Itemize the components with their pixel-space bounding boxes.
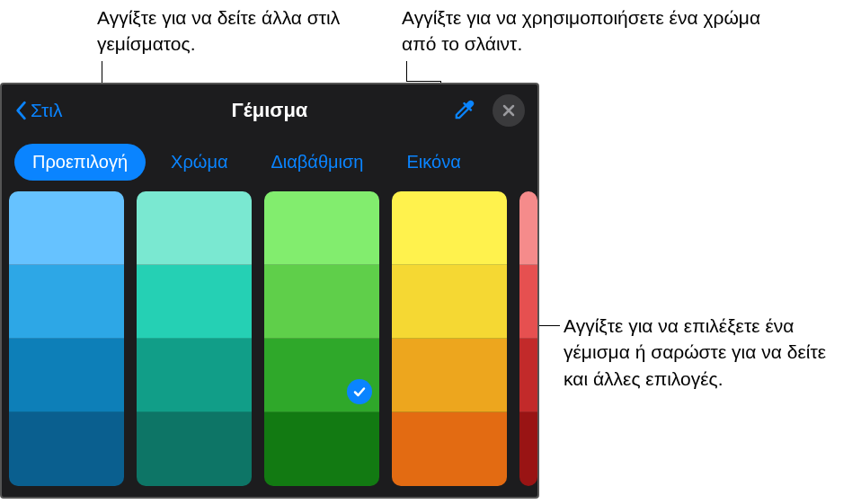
panel-title: Γέμισμα [232,99,308,122]
color-swatch[interactable] [137,412,252,486]
swatch-column [264,191,379,486]
close-button[interactable] [493,94,525,127]
callout-text: Αγγίξτε για να δείτε άλλα στιλ γεμίσματο… [97,7,340,54]
color-swatch[interactable] [392,191,507,265]
back-label: Στιλ [31,100,62,121]
color-swatch[interactable] [264,191,379,265]
color-swatch[interactable] [264,339,379,412]
callout-line [406,81,440,82]
tab-gradient[interactable]: Διαβάθμιση [253,144,381,181]
callout-text: Αγγίξτε για να χρησιμοποιήσετε ένα χρώμα… [402,7,760,54]
callout-line [406,61,407,81]
callout-fill-styles: Αγγίξτε για να δείτε άλλα στιλ γεμίσματο… [97,4,385,57]
color-swatch[interactable] [9,265,124,339]
swatch-column [9,191,124,486]
close-icon [502,104,515,117]
color-swatch[interactable] [264,412,379,486]
swatches-row [9,191,537,486]
color-swatch[interactable] [519,265,537,339]
color-swatch[interactable] [519,339,537,412]
eyedropper-icon [451,98,476,123]
panel-header: Στιλ Γέμισμα [2,84,537,137]
swatches-container[interactable] [2,191,537,486]
color-swatch[interactable] [137,339,252,412]
chevron-left-icon [14,101,27,120]
color-swatch[interactable] [392,339,507,412]
callout-eyedropper: Αγγίξτε για να χρησιμοποιήσετε ένα χρώμα… [402,4,779,57]
eyedropper-button[interactable] [451,98,476,123]
tab-color[interactable]: Χρώμα [153,144,245,181]
header-actions [451,94,525,127]
color-swatch[interactable] [519,412,537,486]
tab-image[interactable]: Εικόνα [388,144,478,181]
color-swatch[interactable] [9,339,124,412]
callout-text: Αγγίξτε για να επιλέξετε ένα γέμισμα ή σ… [564,315,826,389]
color-swatch[interactable] [9,412,124,486]
tab-preset[interactable]: Προεπιλογή [14,144,146,181]
color-swatch[interactable] [137,265,252,339]
fill-panel: Στιλ Γέμισμα Προεπιλογή Χρώμα Διαβάθμιση… [0,83,539,499]
swatch-column [392,191,507,486]
color-swatch[interactable] [392,265,507,339]
swatch-column [519,191,537,486]
color-swatch[interactable] [137,191,252,265]
swatch-column [137,191,252,486]
back-button[interactable]: Στιλ [14,100,62,121]
color-swatch[interactable] [392,412,507,486]
color-swatch[interactable] [9,191,124,265]
color-swatch[interactable] [264,265,379,339]
checkmark-icon [347,379,372,404]
color-swatch[interactable] [519,191,537,265]
callout-select-fill: Αγγίξτε για να επιλέξετε ένα γέμισμα ή σ… [564,313,851,392]
fill-tabs: Προεπιλογή Χρώμα Διαβάθμιση Εικόνα [2,137,537,191]
